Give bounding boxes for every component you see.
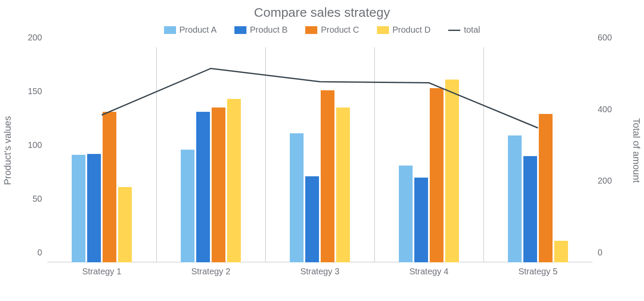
legend-item-product-b: Product B bbox=[234, 25, 288, 35]
y-tick: 100 bbox=[28, 140, 42, 150]
legend-swatch-product-b bbox=[234, 26, 246, 34]
legend-swatch-product-d bbox=[377, 26, 389, 34]
x-tick-label: Strategy 2 bbox=[191, 267, 230, 276]
legend-swatch-product-a bbox=[164, 26, 176, 34]
x-axis: Strategy 1 Strategy 2 Strategy 3 Strateg… bbox=[47, 267, 592, 280]
legend-swatch-total bbox=[448, 30, 460, 31]
legend-label: Product A bbox=[179, 25, 217, 34]
legend-label: Product D bbox=[392, 25, 431, 34]
y2-tick: 200 bbox=[598, 176, 612, 186]
legend-item-product-c: Product C bbox=[305, 25, 359, 35]
chart-title: Compare sales strategy bbox=[0, 5, 644, 20]
y2-tick: 0 bbox=[598, 248, 602, 258]
total-line-path bbox=[102, 68, 538, 128]
x-tick-label: Strategy 1 bbox=[82, 267, 121, 276]
legend-item-total: total bbox=[448, 25, 480, 35]
legend-item-product-d: Product D bbox=[377, 25, 431, 35]
y-tick: 150 bbox=[28, 86, 42, 96]
y-tick: 0 bbox=[37, 248, 42, 258]
y-axis-label: Product's values bbox=[2, 116, 13, 185]
legend-swatch-product-c bbox=[305, 26, 317, 34]
legend-label: total bbox=[464, 25, 480, 34]
legend-label: Product C bbox=[321, 25, 359, 34]
sales-strategy-chart: Compare sales strategy Product A Product… bbox=[0, 0, 644, 301]
x-tick-label: Strategy 5 bbox=[518, 267, 557, 276]
y-tick: 50 bbox=[33, 194, 42, 204]
y2-tick: 600 bbox=[598, 33, 612, 43]
y2-tick: 400 bbox=[598, 104, 612, 114]
x-tick-label: Strategy 4 bbox=[409, 267, 448, 276]
plot-area bbox=[47, 47, 592, 262]
total-line bbox=[47, 47, 592, 262]
legend: Product A Product B Product C Product D … bbox=[0, 25, 644, 35]
legend-label: Product B bbox=[250, 25, 288, 34]
y2-axis-label: Total of amount bbox=[631, 118, 642, 183]
y-axis: 0 50 100 150 200 bbox=[30, 47, 47, 262]
y-tick: 200 bbox=[28, 33, 42, 43]
y2-axis: 0 200 400 600 bbox=[592, 47, 614, 262]
x-tick-label: Strategy 3 bbox=[300, 267, 339, 276]
legend-item-product-a: Product A bbox=[164, 25, 217, 35]
